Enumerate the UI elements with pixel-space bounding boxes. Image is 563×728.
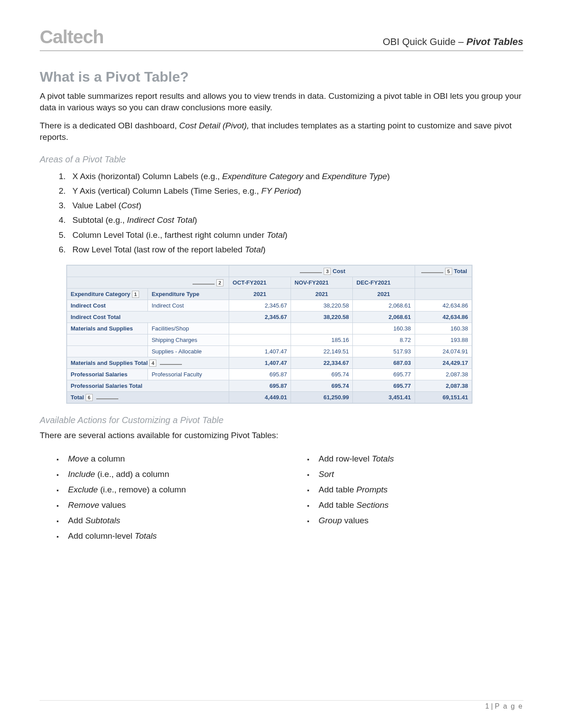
callout-3: 3: [324, 268, 331, 275]
t: Sections: [356, 500, 389, 510]
t: Column Level Total (i.e., farthest right…: [72, 230, 267, 240]
cell: 2,087.38: [415, 380, 472, 392]
t: (i.e., add) a column: [95, 469, 169, 479]
cell: 695.87: [229, 380, 291, 392]
t: Add row-level: [319, 454, 372, 463]
t: Y Axis (vertical) Column Labels (Time Se…: [72, 186, 261, 195]
yr-1: 2021: [291, 289, 353, 300]
areas-heading: Areas of a Pivot Table: [40, 154, 523, 165]
cell: 24,074.91: [415, 346, 472, 357]
callout-1: 1: [132, 291, 139, 298]
t: Add column-level: [68, 531, 135, 540]
logo-text: Caltech: [40, 26, 104, 48]
t: ): [263, 245, 265, 254]
t: Sort: [319, 469, 334, 479]
actions-intro: There are several actions available for …: [40, 430, 523, 441]
area-item-2: Y Axis (vertical) Column Labels (Time Se…: [68, 184, 523, 198]
section-heading: What is a Pivot Table?: [40, 69, 523, 85]
cell: [67, 334, 148, 346]
subtotal-row: Indirect Cost Total 2,345.67 38,220.58 2…: [67, 311, 472, 323]
actions-right: Add row-level Totals Sort Add table Prom…: [291, 451, 524, 544]
subtotal-row: Materials and Supplies Total 4 1,407.47 …: [67, 357, 472, 369]
cell: Shipping Charges: [148, 334, 229, 346]
cell: Indirect Cost: [148, 300, 229, 311]
area-item-6: Row Level Total (last row of the report …: [68, 242, 523, 257]
cell: Indirect Cost: [67, 300, 148, 311]
grand-total-row: Total 6 4,449.01 61,250.99 3,451.41 69,1…: [67, 392, 472, 403]
cell: 2,068.61: [353, 300, 415, 311]
t: values: [99, 500, 126, 510]
list-item: Add table Sections: [319, 497, 524, 513]
table-row: Materials and Supplies Facilities/Shop 1…: [67, 323, 472, 334]
intro-para-2: There is a dedicated OBI dashboard, Cost…: [40, 120, 523, 143]
cell: 695.77: [353, 369, 415, 380]
cell: 22,334.67: [291, 357, 353, 369]
t: Remove: [68, 500, 99, 510]
actions-left: Move a column Include (i.e., add) a colu…: [40, 451, 273, 544]
cell: Professorial Salaries: [67, 369, 148, 380]
cell: 38,220.58: [291, 311, 353, 323]
t: X Axis (horizontal) Column Labels (e.g.,: [72, 172, 222, 181]
cell: 2,087.38: [415, 369, 472, 380]
t: ): [285, 230, 287, 240]
cell: Facilities/Shop: [148, 323, 229, 334]
area-item-3: Value Label (Cost): [68, 198, 523, 213]
cell: Indirect Cost Total: [67, 311, 229, 323]
area-item-1: X Axis (horizontal) Column Labels (e.g.,…: [68, 169, 523, 184]
doc-title-subject: Pivot Tables: [466, 36, 523, 47]
t: ): [194, 215, 197, 225]
list-item: Add Subtotals: [68, 513, 273, 528]
t: Indirect Cost Total: [127, 215, 194, 225]
t: and: [303, 172, 322, 181]
t: Expenditure Category: [222, 172, 303, 181]
area-item-5: Column Level Total (i.e., farthest right…: [68, 228, 523, 242]
p2-a: There is a dedicated OBI dashboard,: [40, 121, 179, 130]
period-1: NOV-FY2021: [291, 277, 353, 289]
cell: 517.93: [353, 346, 415, 357]
cell: 687.03: [353, 357, 415, 369]
cell: [291, 323, 353, 334]
t: Expenditure Type: [322, 172, 387, 181]
t: Totals: [135, 531, 157, 540]
t: Subtotals: [85, 516, 120, 525]
t: Add table: [319, 500, 357, 510]
t: ): [139, 201, 141, 210]
cost-label: Cost: [333, 268, 345, 274]
list-item: Sort: [319, 466, 524, 482]
period-2: DEC-FY2021: [353, 277, 415, 289]
cell: [229, 323, 291, 334]
cell: 2,345.67: [229, 300, 291, 311]
table-row: Supplies - Allocable 1,407.47 22,149.51 …: [67, 346, 472, 357]
page-number: 1: [485, 702, 489, 710]
cell: Materials and Supplies Total: [71, 360, 148, 366]
t: Total: [267, 230, 285, 240]
list-item: Move a column: [68, 451, 273, 466]
t: Exclude: [68, 485, 98, 494]
t: ): [299, 186, 301, 195]
col-cat: Expenditure Category: [71, 291, 130, 297]
cell: 2,345.67: [229, 311, 291, 323]
cell: Materials and Supplies: [67, 323, 148, 334]
cell: 2,068.61: [353, 311, 415, 323]
total-label: Total: [454, 268, 467, 274]
callout-5: 5: [445, 268, 452, 275]
areas-list: X Axis (horizontal) Column Labels (e.g.,…: [40, 169, 523, 257]
cell: 185.16: [291, 334, 353, 346]
t: ): [387, 172, 390, 181]
cell: 160.38: [415, 323, 472, 334]
cell: Professorial Faculty: [148, 369, 229, 380]
cell: 1,407.47: [229, 357, 291, 369]
list-item: Include (i.e., add) a column: [68, 466, 273, 482]
callout-6: 6: [86, 394, 93, 401]
cell: 695.74: [291, 380, 353, 392]
t: Include: [68, 469, 95, 479]
yr-0: 2021: [229, 289, 291, 300]
cell: 695.74: [291, 369, 353, 380]
cell: 42,634.86: [415, 311, 472, 323]
cell: Total: [71, 394, 84, 401]
actions-heading: Available Actions for Customizing a Pivo…: [40, 415, 523, 425]
col-type: Expenditure Type: [148, 289, 229, 300]
list-item: Add column-level Totals: [68, 528, 273, 544]
cell: 38,220.58: [291, 300, 353, 311]
t: Total: [245, 245, 263, 254]
